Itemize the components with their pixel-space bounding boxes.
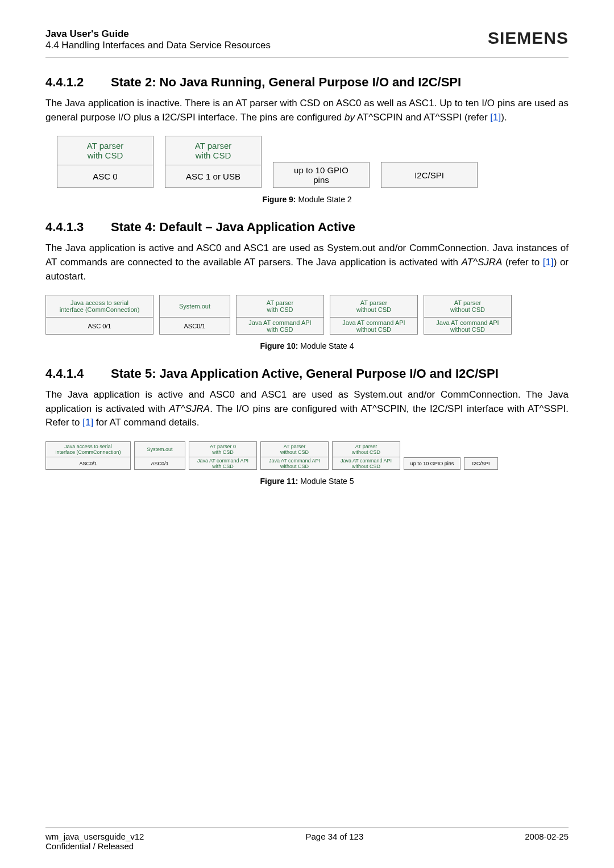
doc-subtitle: 4.4 Handling Interfaces and Data Service… [45,40,271,51]
fig10-c2-bot: ASC0/1 [159,318,230,335]
fig11-c7-i2cspi: I2C/SPI [464,457,498,470]
footer-page-number: Page 34 of 123 [305,832,363,851]
fig9-box-asc1-usb: ASC 1 or USB [165,165,262,188]
fig10-c3-bot: Java AT command APIwith CSD [236,318,324,335]
fig11-c4-top: AT parserwithout CSD [260,441,329,457]
doc-title: Java User's Guide [45,28,271,40]
fig11-c5-top: AT parserwithout CSD [332,441,400,457]
fig9-box-asc0: ASC 0 [57,165,154,188]
fig10-c5-bot: Java AT command APIwithout CSD [424,318,512,335]
paragraph-state4: The Java application is active and ASC0 … [45,241,569,283]
paragraph-state5: The Java application is active and ASC0 … [45,388,569,430]
footer-confidentiality: Confidential / Released [45,841,144,851]
heading-4-4-1-2: 4.4.1.2 State 2: No Java Running, Genera… [45,75,569,90]
text: ). [501,112,507,123]
fig11-c3-bot: Java AT command APIwith CSD [189,457,257,470]
brand-logo: SIEMENS [488,28,569,48]
text: for AT command details. [93,417,199,428]
figure-9-caption: Figure 9: Module State 2 [45,195,569,204]
figure-11-diagram: Java access to serialinterface (CommConn… [45,441,569,470]
fig10-c4-top: AT parserwithout CSD [330,295,418,318]
header-rule [45,57,569,58]
fig10-c1-top: Java access to serialinterface (CommConn… [45,295,154,318]
heading-text: State 4: Default – Java Application Acti… [111,220,569,235]
text-italic: AT^SJRA [169,403,210,414]
heading-number: 4.4.1.3 [45,220,111,235]
fig10-c1-bot: ASC 0/1 [45,318,154,335]
text: (refer to [502,257,542,268]
fig10-c5-top: AT parserwithout CSD [424,295,512,318]
fig11-c6-gpio: up to 10 GPIO pins [404,457,460,470]
fig11-c3-top: AT parser 0with CSD [189,441,257,457]
heading-text: State 5: Java Application Active, Genera… [111,366,569,381]
footer-date: 2008-02-25 [525,832,569,851]
fig10-c4-bot: Java AT command APIwithout CSD [330,318,418,335]
paragraph-state2: The Java application is inactive. There … [45,97,569,124]
fig11-c1-top: Java access to serialinterface (CommConn… [45,441,131,457]
fig9-box-gpio: up to 10 GPIOpins [273,162,370,188]
heading-number: 4.4.1.4 [45,366,111,381]
figure-9-diagram: AT parserwith CSD ASC 0 AT parserwith CS… [57,136,569,188]
heading-text: State 2: No Java Running, General Purpos… [111,75,569,90]
heading-4-4-1-4: 4.4.1.4 State 5: Java Application Active… [45,366,569,381]
page-header: Java User's Guide 4.4 Handling Interface… [45,28,569,51]
reference-link[interactable]: [1] [490,112,501,123]
text-italic: AT^SJRA [462,257,503,268]
figure-11-caption: Figure 11: Module State 5 [45,477,569,486]
fig10-c3-top: AT parserwith CSD [236,295,324,318]
heading-4-4-1-3: 4.4.1.3 State 4: Default – Java Applicat… [45,220,569,235]
figure-10-caption: Figure 10: Module State 4 [45,341,569,350]
figure-10-diagram: Java access to serialinterface (CommConn… [45,295,569,335]
fig11-c5-bot: Java AT command APIwithout CSD [332,457,400,470]
footer-doc-id: wm_java_usersguide_v12 [45,832,144,841]
fig9-box-atparser-asc0-top: AT parserwith CSD [57,136,154,165]
fig9-box-atparser-asc1-top: AT parserwith CSD [165,136,262,165]
text-italic: by [345,112,355,123]
reference-link[interactable]: [1] [543,257,554,268]
fig11-c2-bot: ASC0/1 [134,457,185,470]
reference-link[interactable]: [1] [82,417,93,428]
text: AT^SCPIN and AT^SSPI (refer [355,112,490,123]
fig11-c2-top: System.out [134,441,185,457]
fig11-c4-bot: Java AT command APIwithout CSD [260,457,329,470]
footer-rule [45,827,569,828]
heading-number: 4.4.1.2 [45,75,111,90]
fig11-c1-bot: ASC0/1 [45,457,131,470]
fig9-box-i2cspi: I2C/SPI [381,162,478,188]
page-footer: wm_java_usersguide_v12 Confidential / Re… [45,827,569,851]
fig10-c2-top: System.out [159,295,230,318]
